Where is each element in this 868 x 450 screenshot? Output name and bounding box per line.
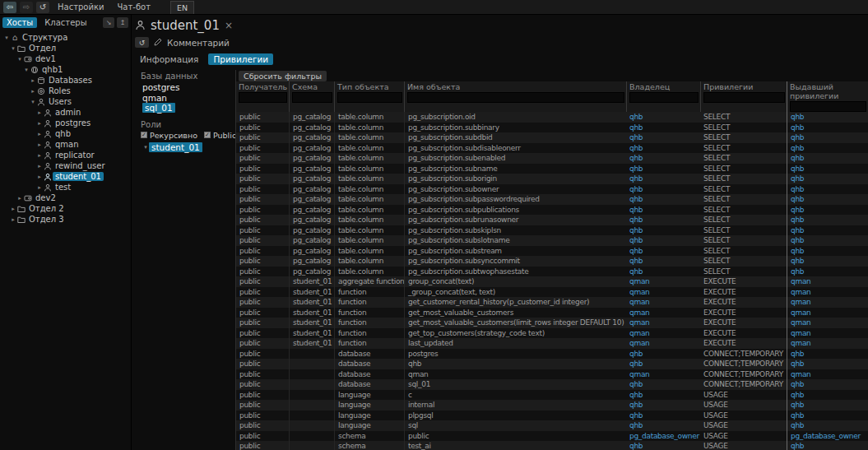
table-row[interactable]: publicstudent_01functionget_customer_ren…	[236, 297, 868, 308]
expand-arrow-icon[interactable]: ▸	[16, 195, 23, 202]
tree-item-test[interactable]: ▸test	[0, 182, 131, 193]
tab-hosts[interactable]: Хосты	[2, 17, 37, 28]
cell-grantor[interactable]: qman	[787, 338, 868, 349]
cell-grantor[interactable]: qhb	[787, 411, 868, 421]
cell-owner[interactable]: qman	[626, 318, 700, 328]
reload-comment-button[interactable]: ↺	[135, 37, 149, 48]
cell-owner[interactable]: pg_database_owner	[626, 431, 700, 442]
tree-item-replicator[interactable]: ▸replicator	[0, 150, 131, 160]
table-row[interactable]: publicpg_catalogtable.columnpg_subscript…	[236, 194, 868, 205]
cell-owner[interactable]: qhb	[626, 164, 700, 174]
cell-owner[interactable]: qhb	[626, 390, 700, 401]
expand-arrow-icon[interactable]: ▸	[36, 141, 43, 148]
expand-arrow-icon[interactable]: ▸	[36, 174, 43, 180]
table-row[interactable]: publicpg_catalogtable.columnpg_subscript…	[236, 225, 868, 236]
cell-owner[interactable]: qhb	[626, 256, 700, 267]
schema-filter-input[interactable]	[292, 92, 332, 103]
cell-owner[interactable]: qhb	[626, 441, 700, 450]
cell-grantor[interactable]: qman	[787, 328, 868, 339]
collapse-arrow-icon[interactable]: ▾	[16, 56, 23, 63]
cell-owner[interactable]: qman	[626, 328, 700, 339]
cell-grantor[interactable]: qman	[787, 318, 868, 328]
table-row[interactable]: publicpg_catalogtable.columnpg_subscript…	[236, 153, 868, 164]
cell-grantor[interactable]: qhb	[787, 194, 868, 205]
table-row[interactable]: publiclanguageinternalqhbUSAGEqhb	[236, 400, 868, 411]
cell-grantor[interactable]: qman	[787, 308, 868, 318]
table-row[interactable]: publicpg_catalogtable.columnpg_subscript…	[236, 246, 868, 257]
cell-grantor[interactable]: qhb	[787, 400, 868, 411]
table-row[interactable]: publicpg_catalogtable.columnpg_subscript…	[236, 215, 868, 225]
cell-owner[interactable]: qman	[626, 276, 700, 287]
cell-owner[interactable]: qman	[626, 308, 700, 318]
expand-arrow-icon[interactable]: ▸	[36, 109, 43, 116]
cell-owner[interactable]: qhb	[626, 215, 700, 225]
recipient-filter-input[interactable]	[239, 92, 287, 103]
cell-grantor[interactable]: qhb	[787, 420, 868, 431]
table-row[interactable]: publicstudent_01functionget_most_valuabl…	[236, 318, 868, 328]
cell-grantor[interactable]: qhb	[787, 123, 868, 133]
cell-owner[interactable]: qhb	[626, 174, 700, 184]
cell-owner[interactable]: qman	[626, 338, 700, 349]
database-item-sql_01[interactable]: sql_01	[142, 103, 232, 114]
tab-information[interactable]: Информация	[135, 53, 203, 65]
cell-grantor[interactable]: qhb	[787, 256, 868, 267]
table-row[interactable]: publiclanguagesqlqhbUSAGEqhb	[236, 420, 868, 431]
cell-grantor[interactable]: qhb	[787, 225, 868, 236]
table-row[interactable]: publicdatabasepostgresqhbCONNECT;TEMPORA…	[236, 349, 868, 360]
table-row[interactable]: publicstudent_01functionget_most_valuabl…	[236, 308, 868, 318]
tree-item-dev1[interactable]: ▾dev1	[0, 53, 131, 64]
table-row[interactable]: publicpg_catalogtable.columnpg_subscript…	[236, 132, 868, 143]
cell-grantor[interactable]: qhb	[787, 205, 868, 216]
cell-grantor[interactable]: qhb	[787, 246, 868, 257]
cell-owner[interactable]: qman	[626, 297, 700, 308]
object-name-filter-input[interactable]	[407, 92, 624, 103]
cell-grantor[interactable]: qhb	[787, 174, 868, 184]
cell-grantor[interactable]: qman	[787, 297, 868, 308]
refresh-button[interactable]: ↺	[36, 2, 49, 13]
cell-grantor[interactable]: qhb	[787, 390, 868, 401]
tree-item-отдел-2[interactable]: ▸Отдел 2	[0, 203, 131, 214]
cell-grantor[interactable]: qhb	[787, 132, 868, 143]
checkbox-рекурсивно[interactable]: ✓Рекурсивно	[141, 131, 197, 140]
expand-arrow-icon[interactable]: ▸	[36, 163, 43, 169]
table-row[interactable]: publicschematest_aiqhbUSAGEqhb	[236, 441, 868, 450]
cell-grantor[interactable]: qman	[787, 276, 868, 287]
owner-filter-input[interactable]	[629, 92, 699, 103]
collapse-arrow-icon[interactable]: ▾	[3, 35, 10, 41]
back-button[interactable]: ⇦	[3, 2, 16, 13]
cell-owner[interactable]: qhb	[626, 349, 700, 360]
cell-grantor[interactable]: qhb	[787, 215, 868, 225]
tree-item-roles[interactable]: ▸Roles	[0, 86, 131, 96]
table-row[interactable]: publicpg_catalogtable.columnpg_subscript…	[236, 123, 868, 133]
grantor-filter-input[interactable]	[790, 101, 866, 112]
table-row[interactable]: publicstudent_01functionlast_updatedqman…	[236, 338, 868, 349]
collapse-arrow-icon[interactable]: ▾	[30, 99, 36, 105]
comment-button[interactable]: Комментарий	[167, 38, 230, 48]
table-row[interactable]: publicdatabasesql_01qhbCONNECT;TEMPORARY…	[236, 379, 868, 390]
table-row[interactable]: publicdatabaseqhbqhbCONNECT;TEMPORARYqhb	[236, 359, 868, 369]
cell-owner[interactable]: qhb	[626, 359, 700, 369]
cell-grantor[interactable]: qhb	[787, 143, 868, 154]
cell-owner[interactable]: qhb	[626, 184, 700, 195]
tree-item-postgres[interactable]: ▸postgres	[0, 118, 131, 128]
cell-owner[interactable]: qhb	[626, 205, 700, 216]
cell-owner[interactable]: qhb	[626, 420, 700, 431]
cell-grantor[interactable]: qhb	[787, 359, 868, 369]
database-item-qman[interactable]: qman	[142, 93, 232, 104]
cell-grantor[interactable]: qman	[787, 369, 868, 380]
tree-item-структура[interactable]: ▾⌂Структура	[0, 32, 131, 43]
table-row[interactable]: publicpg_catalogtable.columnpg_subscript…	[236, 143, 868, 154]
close-tab-button[interactable]: ×	[225, 20, 233, 31]
tree-item-отдел-3[interactable]: ▸Отдел 3	[0, 214, 131, 225]
cell-grantor[interactable]: qhb	[787, 349, 868, 360]
table-row[interactable]: publicpg_catalogtable.columnpg_subscript…	[236, 256, 868, 267]
checkbox-public[interactable]: ✓Public	[204, 131, 236, 140]
cell-owner[interactable]: qhb	[626, 112, 700, 123]
cell-grantor[interactable]: pg_database_owner	[787, 431, 868, 442]
table-row[interactable]: publicpg_catalogtable.columnpg_subscript…	[236, 235, 868, 246]
cell-grantor[interactable]: qman	[787, 287, 868, 298]
table-row[interactable]: publiclanguagecqhbUSAGEqhb	[236, 390, 868, 401]
tree-item-dev2[interactable]: ▸dev2	[0, 193, 131, 203]
cell-owner[interactable]: qhb	[626, 123, 700, 133]
cell-owner[interactable]: qhb	[626, 411, 700, 421]
